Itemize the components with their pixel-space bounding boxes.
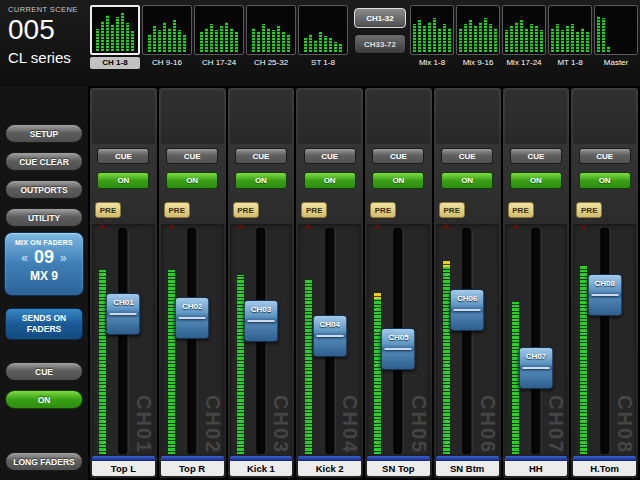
channel-strip: CUE ON PRE CH06 CH06 SN Btm xyxy=(434,88,501,478)
fader-cap[interactable]: CH06 xyxy=(450,289,485,331)
mini-meter-bar xyxy=(474,26,477,52)
fader-cap[interactable]: CH03 xyxy=(243,300,278,342)
channel-name: Kick 2 xyxy=(298,461,361,476)
cue-button[interactable]: CUE xyxy=(372,148,424,164)
meter-tab[interactable]: Mix 17-24 xyxy=(502,5,546,69)
meter-tab-box xyxy=(594,5,638,55)
mini-meter-bar xyxy=(329,38,332,52)
mini-meter-bar xyxy=(581,28,584,52)
mini-meter-bar xyxy=(287,34,290,52)
meter-tab[interactable]: CH 17-24 xyxy=(194,5,244,69)
mini-meter-bar xyxy=(272,30,275,52)
on-button[interactable]: ON xyxy=(97,172,149,189)
strip-top-area xyxy=(298,90,361,144)
mix-next-button[interactable]: » xyxy=(60,249,67,267)
channel-nameplate: SN Btm xyxy=(436,456,499,476)
pre-badge[interactable]: PRE xyxy=(95,202,121,218)
cue-button[interactable]: CUE xyxy=(510,148,562,164)
series-title: CL series xyxy=(8,49,88,66)
long-faders-button[interactable]: LONG FADERS xyxy=(5,452,83,471)
fader-track[interactable] xyxy=(531,228,540,454)
mini-meter-bar xyxy=(262,24,265,52)
cue-button[interactable]: CUE xyxy=(579,148,631,164)
setup-button[interactable]: SETUP xyxy=(5,124,83,143)
level-meter xyxy=(512,230,519,454)
meter-tab[interactable]: CH 25-32 xyxy=(246,5,296,69)
bank-buttons: CH1-32 CH33-72 xyxy=(354,8,406,60)
channel-id-watermark: CH06 xyxy=(476,395,499,454)
fader-cap[interactable]: CH02 xyxy=(175,297,210,339)
channel-id-watermark: CH04 xyxy=(338,395,361,454)
pre-badge[interactable]: PRE xyxy=(508,202,534,218)
cue-button[interactable]: CUE xyxy=(97,148,149,164)
pre-badge[interactable]: PRE xyxy=(233,202,259,218)
sidebar-cue-button[interactable]: CUE xyxy=(5,362,83,381)
mini-meter-bar xyxy=(304,38,307,52)
mix-prev-button[interactable]: « xyxy=(21,249,28,267)
fader-cap-label: CH01 xyxy=(107,298,140,307)
strip-top-area xyxy=(436,90,499,144)
meter-tab[interactable]: CH 9-16 xyxy=(142,5,192,69)
on-button[interactable]: ON xyxy=(441,172,493,189)
cue-button[interactable]: CUE xyxy=(441,148,493,164)
pre-badge[interactable]: PRE xyxy=(164,202,190,218)
meter-tab-box xyxy=(410,5,454,55)
pre-badge[interactable]: PRE xyxy=(301,202,327,218)
outports-button[interactable]: OUTPORTS xyxy=(5,180,83,199)
mix-on-faders-panel[interactable]: MIX ON FADERS « 09 » MX 9 xyxy=(4,232,84,296)
meter-tab-box xyxy=(456,5,500,55)
level-meter xyxy=(237,230,244,454)
meter-tab-label: CH 25-32 xyxy=(246,57,296,69)
on-button[interactable]: ON xyxy=(372,172,424,189)
mini-meter-bar xyxy=(561,30,564,52)
mini-meter-bar xyxy=(520,20,523,52)
sidebar-on-button[interactable]: ON xyxy=(5,390,83,409)
meter-tab[interactable]: Mix 9-16 xyxy=(456,5,500,69)
mix-select-row: « 09 » xyxy=(5,247,83,268)
mini-meter-bar xyxy=(168,28,171,52)
bank-button-ch33-72[interactable]: CH33-72 xyxy=(354,34,406,54)
fader-track[interactable] xyxy=(188,228,197,454)
mini-meter-bar xyxy=(334,42,337,52)
mini-meter-bar xyxy=(484,18,487,52)
on-button[interactable]: ON xyxy=(510,172,562,189)
mini-meter-bar xyxy=(494,28,497,52)
channel-id-watermark: CH08 xyxy=(613,395,636,454)
meter-tab[interactable]: CH 1-8 xyxy=(90,5,140,69)
fader-cap[interactable]: CH07 xyxy=(518,347,553,389)
utility-button[interactable]: UTILITY xyxy=(5,208,83,227)
fader-cap[interactable]: CH01 xyxy=(106,293,141,335)
meter-tab[interactable]: ST 1-8 xyxy=(298,5,348,69)
mini-meter-bar xyxy=(252,28,255,52)
fader-track[interactable] xyxy=(119,228,128,454)
pre-badge[interactable]: PRE xyxy=(370,202,396,218)
meter-tab[interactable]: Mix 1-8 xyxy=(410,5,454,69)
on-button[interactable]: ON xyxy=(235,172,287,189)
bank-button-ch1-32[interactable]: CH1-32 xyxy=(354,8,406,28)
pre-badge[interactable]: PRE xyxy=(576,202,602,218)
mini-meter-bar xyxy=(205,28,208,52)
channel-strip: CUE ON PRE CH05 CH05 SN Top xyxy=(365,88,432,478)
fader-track[interactable] xyxy=(600,228,609,454)
pre-badge[interactable]: PRE xyxy=(439,202,465,218)
fader-track[interactable] xyxy=(463,228,472,454)
fader-cap[interactable]: CH04 xyxy=(312,315,347,357)
meter-tab[interactable]: Master xyxy=(594,5,638,69)
mini-meter-bar xyxy=(448,28,451,52)
on-button[interactable]: ON xyxy=(304,172,356,189)
fader-cap[interactable]: CH05 xyxy=(381,328,416,370)
meter-tab[interactable]: MT 1-8 xyxy=(548,5,592,69)
on-button[interactable]: ON xyxy=(579,172,631,189)
on-button[interactable]: ON xyxy=(166,172,218,189)
channel-nameplate: Kick 2 xyxy=(298,456,361,476)
cue-clear-button[interactable]: CUE CLEAR xyxy=(5,152,83,171)
cue-button[interactable]: CUE xyxy=(166,148,218,164)
mini-meter-bar xyxy=(257,32,260,52)
sends-on-faders-button[interactable]: SENDS ON FADERS xyxy=(5,308,83,340)
fader-cap-label: CH02 xyxy=(176,302,209,311)
channel-id-watermark: CH05 xyxy=(407,395,430,454)
strip-top-area xyxy=(230,90,293,144)
fader-cap[interactable]: CH08 xyxy=(587,274,622,316)
cue-button[interactable]: CUE xyxy=(235,148,287,164)
cue-button[interactable]: CUE xyxy=(304,148,356,164)
